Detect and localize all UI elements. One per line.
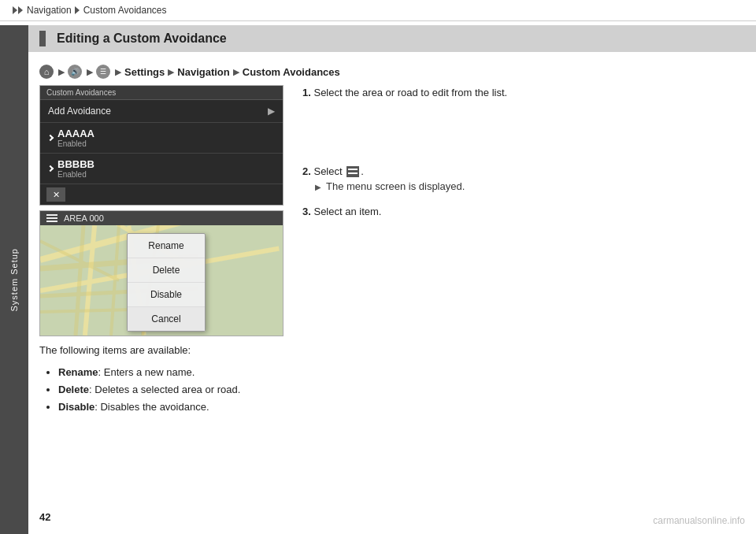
- list-item-aaaaa[interactable]: AAAAA Enabled: [40, 123, 283, 154]
- step-2-tri: ▶: [315, 181, 321, 193]
- bullet-disable: Disable: Disables the avoidance.: [58, 399, 284, 416]
- two-col-layout: Custom Avoidances Add Avoidance ▶ AAAAA …: [28, 85, 756, 416]
- path-navigation: Navigation: [177, 66, 229, 78]
- bullet-rename-desc: Enters a new name.: [104, 366, 195, 378]
- path-arrow-2: ▶: [115, 67, 121, 77]
- bullet-disable-desc: Disables the avoidance.: [100, 401, 209, 413]
- left-column: Custom Avoidances Add Avoidance ▶ AAAAA …: [39, 85, 284, 416]
- popup-cancel[interactable]: Cancel: [128, 307, 205, 331]
- breadcrumb-arrow-1: [13, 6, 17, 14]
- path-arrow-1: ▶: [87, 67, 93, 77]
- add-avoidance-row[interactable]: Add Avoidance ▶: [40, 100, 283, 123]
- screen1-bottom-bar: ✕: [40, 184, 283, 205]
- map-header: AREA 000: [40, 211, 283, 225]
- path-arrow-0: ▶: [58, 67, 65, 77]
- step-2-text: Select: [313, 165, 342, 177]
- bullet-delete-desc: Deletes a selected area or road.: [94, 384, 240, 395]
- popup-delete[interactable]: Delete: [128, 258, 205, 283]
- step-1: 1. Select the area or road to edit from …: [302, 85, 745, 101]
- sidebar: System Setup: [0, 25, 28, 534]
- step-2-sub: ▶ The menu screen is displayed.: [315, 179, 745, 195]
- bullet-list: Rename: Enters a new name. Delete: Delet…: [39, 364, 284, 416]
- selected-arrow-2: [47, 165, 54, 172]
- bullet-rename-colon: :: [98, 366, 104, 378]
- item-status-aaaaa: Enabled: [57, 139, 94, 148]
- list-item-bbbbb[interactable]: BBBBB Enabled: [40, 154, 283, 184]
- add-avoidance-arrow: ▶: [268, 106, 275, 117]
- path-custom-avoidances: Custom Avoidances: [243, 66, 340, 78]
- step-3-text: Select an item.: [313, 206, 381, 217]
- right-column: 1. Select the area or road to edit from …: [302, 85, 745, 416]
- bullet-delete: Delete: Deletes a selected area or road.: [58, 381, 284, 399]
- path-arrow-3: ▶: [168, 67, 174, 77]
- step-1-text: Select the area or road to edit from the…: [313, 87, 507, 98]
- path-arrow-4: ▶: [233, 67, 239, 77]
- mic-icon: 🔊: [68, 65, 82, 79]
- sidebar-label: System Setup: [9, 248, 19, 311]
- popup-rename[interactable]: Rename: [128, 234, 205, 258]
- screen1-header: Custom Avoidances: [40, 86, 283, 100]
- page-number: 42: [39, 511, 50, 523]
- section-bar: [39, 31, 46, 46]
- breadcrumb-arrow-3: [75, 6, 80, 14]
- svg-line-2: [76, 225, 83, 336]
- map-area-label: AREA 000: [64, 213, 104, 223]
- step-3-num: 3.: [302, 206, 311, 217]
- bullet-rename-label: Rename: [58, 366, 98, 378]
- bullet-rename: Rename: Enters a new name.: [58, 364, 284, 381]
- breadcrumb-navigation: Navigation: [27, 5, 72, 16]
- popup-disable[interactable]: Disable: [128, 283, 205, 307]
- path-line: ⌂ ▶ 🔊 ▶ ☰ ▶ Settings ▶ Navigation ▶ Cust…: [28, 60, 756, 85]
- step-2-num: 2.: [302, 165, 311, 177]
- map-menu-button[interactable]: [46, 214, 57, 222]
- step-3: 3. Select an item.: [302, 204, 745, 220]
- step-1-num: 1.: [302, 87, 311, 98]
- step-2-sub-text: The menu screen is displayed.: [326, 179, 465, 195]
- breadcrumb-arrow-2: [18, 6, 23, 14]
- item-status-bbbbb: Enabled: [57, 170, 94, 179]
- popup-menu: Rename Delete Disable Cancel: [127, 233, 206, 332]
- bullet-disable-label: Disable: [58, 401, 94, 413]
- item-name-bbbbb: BBBBB: [57, 158, 94, 170]
- add-avoidance-label: Add Avoidance: [48, 106, 111, 117]
- menu-icon: ☰: [96, 65, 110, 79]
- screen-mockup-1: Custom Avoidances Add Avoidance ▶ AAAAA …: [39, 85, 284, 206]
- section-header: Editing a Custom Avoidance: [28, 25, 756, 52]
- map-area: Rename Delete Disable Cancel: [40, 225, 283, 336]
- main-content: Editing a Custom Avoidance ⌂ ▶ 🔊 ▶ ☰ ▶ S…: [28, 25, 756, 534]
- step-2: 2. Select . ▶ The menu screen is display…: [302, 164, 745, 195]
- bullet-delete-label: Delete: [58, 384, 89, 395]
- section-title: Editing a Custom Avoidance: [57, 32, 227, 46]
- path-settings: Settings: [124, 66, 165, 78]
- selected-arrow-1: [47, 135, 54, 141]
- breadcrumb-bar: Navigation Custom Avoidances: [0, 0, 756, 21]
- watermark: carmanualsonline.info: [653, 515, 745, 526]
- breadcrumb-custom-avoidances: Custom Avoidances: [83, 5, 167, 16]
- back-icon[interactable]: ✕: [46, 187, 65, 202]
- menu-icon-inline: [346, 166, 359, 177]
- following-text: The following items are available:: [39, 344, 284, 356]
- map-mockup: AREA 000: [39, 210, 284, 336]
- home-icon: ⌂: [39, 65, 54, 79]
- item-name-aaaaa: AAAAA: [57, 128, 94, 139]
